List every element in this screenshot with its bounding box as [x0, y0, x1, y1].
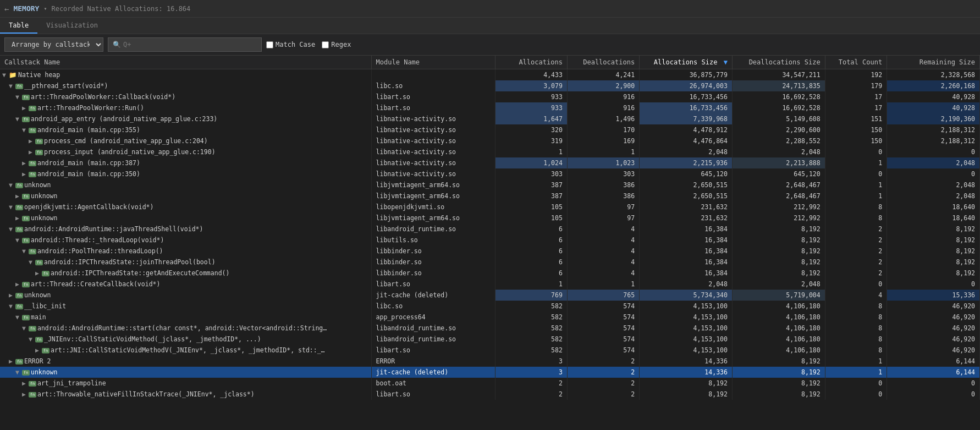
- expand-icon[interactable]: ▶: [15, 214, 22, 222]
- fn-icon: fn: [42, 271, 49, 276]
- col-total-count[interactable]: Total Count: [825, 56, 887, 69]
- dropdown-arrow-icon[interactable]: ▾: [43, 6, 47, 12]
- expand-icon[interactable]: ▶: [9, 357, 15, 365]
- remaining-size-cell: 0: [887, 378, 980, 389]
- remaining-size-cell: 0: [887, 389, 980, 400]
- table-row[interactable]: ▼ fnandroid::AndroidRuntime::javaThreadS…: [0, 224, 980, 235]
- expand-icon[interactable]: ▼: [9, 82, 15, 90]
- expand-icon[interactable]: ▶: [22, 170, 29, 178]
- tab-table[interactable]: Table: [0, 18, 37, 34]
- regex-checkbox[interactable]: Regex: [322, 41, 351, 48]
- table-row[interactable]: ▼ fn__pthread_start(void*)libc.so3,0792,…: [0, 80, 980, 91]
- table-row[interactable]: ▼ fn_JNIEnv::CallStaticVoidMethod(_jclas…: [0, 334, 980, 345]
- expand-icon[interactable]: ▶: [35, 346, 42, 354]
- dealloc-size-cell: 16,692,528: [732, 102, 825, 113]
- expand-icon[interactable]: ▼: [15, 368, 22, 376]
- table-row[interactable]: ▼ fnunknownjit-cache (deleted)3214,3368,…: [0, 367, 980, 378]
- expand-icon[interactable]: ▼: [9, 203, 15, 211]
- table-row[interactable]: ▶ fnart_jni_trampolineboot.oat228,1928,1…: [0, 378, 980, 389]
- col-module[interactable]: Module Name: [371, 56, 495, 69]
- expand-icon[interactable]: ▼: [2, 71, 9, 79]
- table-row[interactable]: ▼ fnandroid::Thread::_threadLoop(void*)l…: [0, 235, 980, 246]
- expand-icon[interactable]: ▶: [22, 159, 29, 167]
- allocations-cell: 2: [495, 389, 567, 400]
- expand-icon[interactable]: ▶: [29, 148, 35, 156]
- search-box[interactable]: 🔍: [108, 37, 262, 52]
- expand-icon[interactable]: ▶: [9, 291, 15, 299]
- table-row[interactable]: ▶ fnart::ThreadPoolWorker::Run()libart.s…: [0, 102, 980, 113]
- table-row[interactable]: ▶ fnart::Throwable_nativeFillInStackTrac…: [0, 389, 980, 400]
- arrange-select[interactable]: Arrange by callstack: [4, 37, 103, 52]
- expand-icon[interactable]: ▶: [15, 192, 22, 200]
- deallocations-cell: 1,496: [567, 113, 639, 124]
- callstack-name: main: [31, 313, 46, 321]
- table-row[interactable]: ▶ fnunknownlibjvmtiagent_arm64.so1059723…: [0, 213, 980, 224]
- callstack-cell: ▼ fnmain: [0, 312, 371, 323]
- table-row[interactable]: ▼ fnmainapp_process645825744,153,1004,10…: [0, 312, 980, 323]
- expand-icon[interactable]: ▼: [29, 335, 35, 343]
- dealloc-size-cell: 34,547,211: [732, 69, 825, 81]
- table-row[interactable]: ▼ fnandroid::AndroidRuntime::start(char …: [0, 323, 980, 334]
- expand-icon[interactable]: ▼: [22, 324, 29, 332]
- deallocations-cell: 916: [567, 102, 639, 113]
- table-row[interactable]: ▼ fnandroid::IPCThreadState::joinThreadP…: [0, 257, 980, 268]
- table-row[interactable]: ▼ fnopenjdkjvmti::AgentCallback(void*)li…: [0, 202, 980, 213]
- module-cell: ERROR: [371, 356, 495, 367]
- callstack-name: unknown: [24, 181, 51, 189]
- match-case-checkbox[interactable]: Match Case: [266, 41, 315, 48]
- expand-icon[interactable]: ▶: [29, 137, 35, 145]
- expand-icon[interactable]: ▼: [15, 115, 22, 123]
- table-row[interactable]: ▶ fnunknownlibjvmtiagent_arm64.so3873862…: [0, 190, 980, 202]
- expand-icon[interactable]: ▼: [29, 258, 35, 266]
- table-row[interactable]: ▼ fnandroid_main (main.cpp:355)libnative…: [0, 124, 980, 135]
- col-remaining-size[interactable]: Remaining Size: [887, 56, 980, 69]
- expand-icon[interactable]: ▶: [35, 269, 42, 277]
- table-row[interactable]: ▶ fnprocess_cmd (android_native_app_glue…: [0, 135, 980, 146]
- table-row[interactable]: ▶ fnandroid_main (main.cpp:387)libnative…: [0, 157, 980, 168]
- table-row[interactable]: ▶ fnprocess_input (android_native_app_gl…: [0, 146, 980, 157]
- col-allocations[interactable]: Allocations: [495, 56, 567, 69]
- allocations-cell: 1: [495, 146, 567, 157]
- callstack-name: art_jni_trampoline: [37, 379, 106, 387]
- expand-icon[interactable]: ▼: [15, 236, 22, 244]
- col-alloc-size[interactable]: Allocations Size ▼: [640, 56, 733, 69]
- col-callstack[interactable]: Callstack Name: [0, 56, 371, 69]
- table-row[interactable]: ▼ 📁 Native heap4,4334,24136,875,77934,54…: [0, 69, 980, 81]
- fn-icon: fn: [22, 282, 30, 287]
- module-cell: libandroid_runtime.so: [371, 224, 495, 235]
- table-row[interactable]: ▼ fnart::ThreadPoolWorker::Callback(void…: [0, 91, 980, 102]
- expand-icon[interactable]: ▶: [22, 379, 29, 387]
- table-row[interactable]: ▶ fnunknownjit-cache (deleted)7697655,73…: [0, 290, 980, 301]
- col-deallocations[interactable]: Deallocations: [567, 56, 639, 69]
- expand-icon[interactable]: ▼: [9, 225, 15, 233]
- expand-icon[interactable]: ▶: [22, 104, 29, 112]
- expand-icon[interactable]: ▶: [22, 390, 29, 398]
- expand-icon[interactable]: ▼: [9, 181, 15, 189]
- table-row[interactable]: ▶ fnERROR 2ERROR3214,3368,19216,144: [0, 356, 980, 367]
- table-row[interactable]: ▶ fnandroid_main (main.cpp:350)libnative…: [0, 168, 980, 179]
- expand-icon[interactable]: ▼: [22, 126, 29, 134]
- table-row[interactable]: ▼ fnunknownlibjvmtiagent_arm64.so3873862…: [0, 179, 980, 190]
- callstack-cell: ▶ fnandroid::IPCThreadState::getAndExecu…: [0, 268, 371, 279]
- table-row[interactable]: ▶ fnandroid::IPCThreadState::getAndExecu…: [0, 268, 980, 279]
- tab-visualization[interactable]: Visualization: [37, 18, 107, 34]
- expand-icon[interactable]: ▶: [15, 280, 22, 288]
- expand-icon[interactable]: ▼: [15, 313, 22, 321]
- table-row[interactable]: ▶ fnart::Thread::CreateCallback(void*)li…: [0, 279, 980, 290]
- back-button[interactable]: ←: [4, 4, 9, 13]
- col-dealloc-size[interactable]: Deallocations Size: [732, 56, 825, 69]
- table-row[interactable]: ▶ fnart::JNI::CallStaticVoidMethodV(_JNI…: [0, 345, 980, 356]
- table-row[interactable]: ▼ fnandroid::PoolThread::threadLoop()lib…: [0, 246, 980, 257]
- search-input[interactable]: [123, 41, 257, 48]
- dealloc-size-cell: 2,648,467: [732, 179, 825, 190]
- module-cell: libopenjdkjvmti.so: [371, 202, 495, 213]
- table-container[interactable]: Callstack Name Module Name Allocations D…: [0, 56, 980, 413]
- expand-icon[interactable]: ▼: [9, 302, 15, 310]
- table-row[interactable]: ▼ fnandroid_app_entry (android_native_ap…: [0, 113, 980, 124]
- table-row[interactable]: ▼ fn__libc_initlibc.so5825744,153,1004,1…: [0, 301, 980, 312]
- module-cell: libbinder.so: [371, 257, 495, 268]
- expand-icon[interactable]: ▼: [15, 93, 22, 101]
- expand-icon[interactable]: ▼: [22, 247, 29, 255]
- callstack-cell: ▶ fnart::Thread::CreateCallback(void*): [0, 279, 371, 290]
- callstack-name: _JNIEnv::CallStaticVoidMethod(_jclass*, …: [44, 335, 261, 343]
